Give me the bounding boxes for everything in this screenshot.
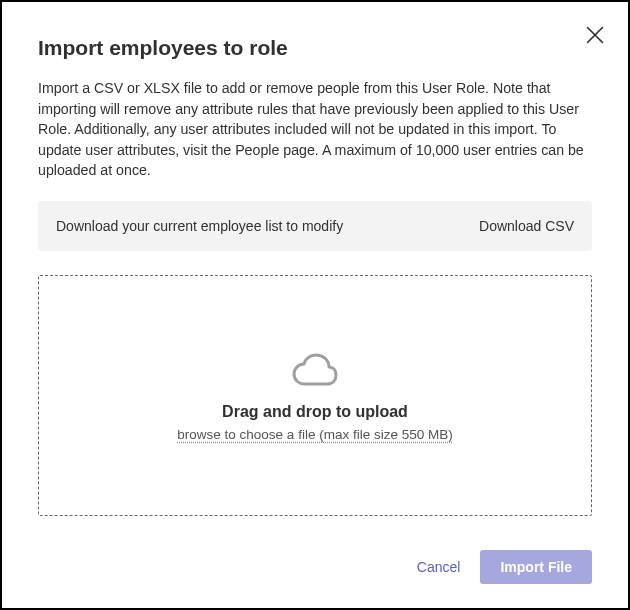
download-bar: Download your current employee list to m… [38, 201, 592, 251]
cancel-button[interactable]: Cancel [417, 559, 461, 575]
download-csv-link[interactable]: Download CSV [479, 218, 574, 234]
file-dropzone[interactable]: Drag and drop to upload browse to choose… [38, 275, 592, 516]
import-employees-dialog: Import employees to role Import a CSV or… [2, 2, 628, 608]
dialog-title: Import employees to role [38, 36, 592, 60]
dropzone-headline: Drag and drop to upload [222, 403, 408, 421]
close-button[interactable] [586, 26, 604, 44]
browse-file-link[interactable]: browse to choose a file (max file size 5… [177, 427, 452, 442]
import-file-button[interactable]: Import File [480, 550, 592, 584]
cloud-upload-icon [291, 349, 339, 389]
download-prompt: Download your current employee list to m… [56, 218, 343, 234]
dialog-description: Import a CSV or XLSX file to add or remo… [38, 78, 592, 181]
close-icon [586, 26, 604, 44]
dialog-footer: Cancel Import File [38, 550, 592, 584]
